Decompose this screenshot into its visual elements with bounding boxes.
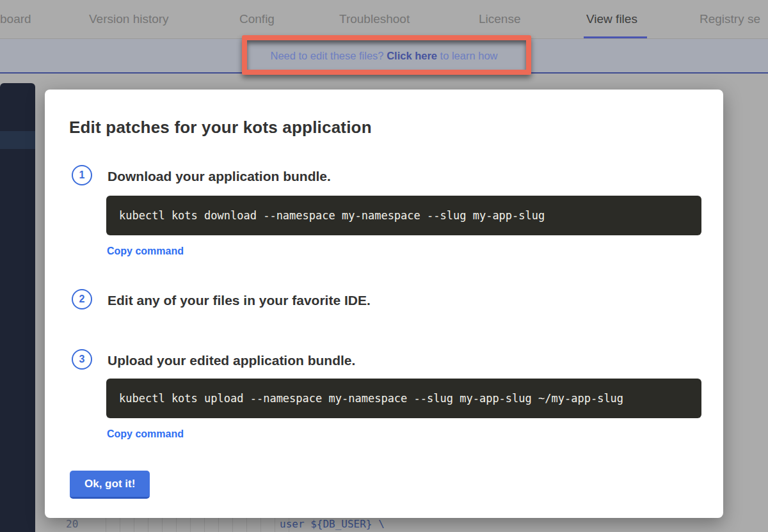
code-line: user ${DB_USER} \ <box>280 518 385 530</box>
upload-command-block: kubectl kots upload --namespace my-names… <box>106 379 701 418</box>
step-2-number-badge: 2 <box>72 289 92 309</box>
page: board Version history Config Troubleshoo… <box>0 0 768 532</box>
file-tree-selected-item[interactable] <box>0 131 35 149</box>
copy-download-command-link[interactable]: Copy command <box>107 246 184 257</box>
tab-troubleshoot[interactable]: Troubleshoot <box>339 0 410 38</box>
tab-dashboard[interactable]: board <box>0 0 31 38</box>
step-1-number-badge: 1 <box>72 165 92 185</box>
tab-view-files[interactable]: View files <box>586 0 637 38</box>
copy-upload-command-link[interactable]: Copy command <box>107 428 184 440</box>
step-3-heading: Upload your edited application bundle. <box>108 351 355 370</box>
tab-version-history[interactable]: Version history <box>89 0 169 38</box>
step-3-number-badge: 3 <box>72 349 92 370</box>
line-number: 20 <box>66 518 78 530</box>
modal-title: Edit patches for your kots application <box>69 118 372 137</box>
step-2-heading: Edit any of your files in your favorite … <box>108 291 371 310</box>
tab-license[interactable]: License <box>479 0 521 38</box>
highlight-annotation-box <box>242 35 531 75</box>
download-command-block: kubectl kots download --namespace my-nam… <box>106 196 701 235</box>
step-1-heading: Download your application bundle. <box>108 167 331 186</box>
top-nav: board Version history Config Troubleshoo… <box>0 0 768 38</box>
file-tree-sidebar <box>0 83 35 532</box>
edit-patches-modal: Edit patches for your kots application 1… <box>45 90 723 518</box>
tab-registry-settings[interactable]: Registry se <box>700 0 760 38</box>
ok-got-it-button[interactable]: Ok, got it! <box>70 471 150 499</box>
tab-config[interactable]: Config <box>239 0 275 38</box>
